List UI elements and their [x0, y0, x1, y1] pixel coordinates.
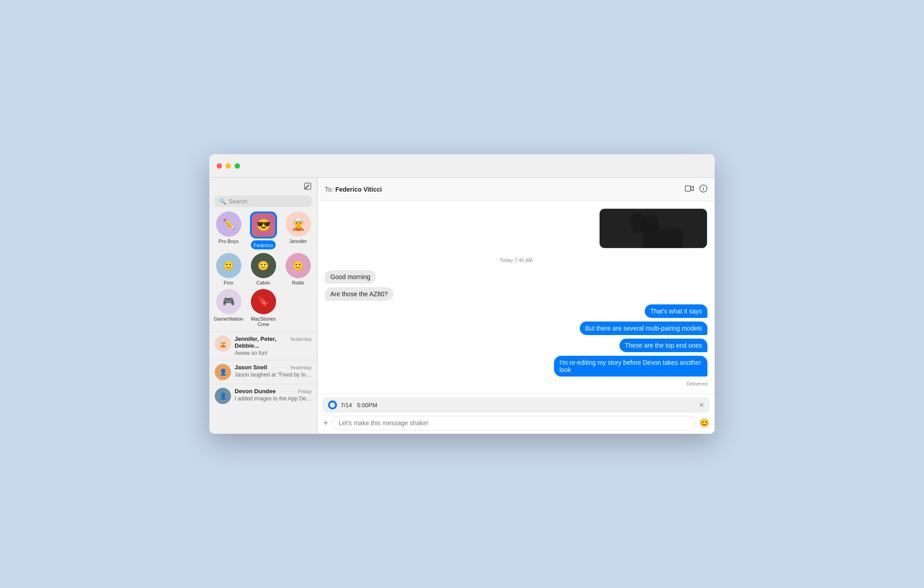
schedule-time: 5:00PM [357, 402, 377, 409]
bookmark-icon: 🔖 [257, 296, 269, 308]
conv-name-jason: Jason Snell [235, 364, 267, 371]
contact-name-gamernation: GamerNation [214, 316, 243, 322]
delivered-label: Delivered [325, 381, 707, 386]
avatar-jennifer: 🧝 [286, 211, 311, 237]
emoji-button[interactable]: 😊 [699, 418, 709, 428]
avatar-proboys: ✏️ [216, 211, 241, 237]
conv-info-jennifer-group: Jennifer, Peter, Debbie... Yesterday Aww… [235, 335, 312, 356]
info-button[interactable] [699, 184, 707, 194]
message-re-editing: I'm re-editing my story before Devon tak… [554, 356, 707, 377]
minimize-button[interactable] [226, 163, 231, 169]
conv-preview-devon: I added images to the App Debuts section… [235, 395, 312, 402]
add-attachment-button[interactable]: + [323, 418, 328, 428]
chat-to-label: To: [325, 186, 333, 193]
conv-time-devon: Friday [298, 389, 312, 394]
chat-input-area: 🕐 7/14 5:00PM ✕ + 😊 [318, 394, 715, 434]
timestamp-divider: Today 7:40 AM [325, 257, 707, 263]
conversation-devon[interactable]: 👤 Devon Dundee Friday I added images to … [209, 384, 317, 408]
chat-messages: ★★★★ 500 Technics Premium Hi-Fi True Wir… [318, 201, 715, 394]
chat-recipient-info: To: Federico Viticci [325, 185, 382, 193]
robb-emoji-icon: 🙂 [292, 260, 304, 271]
contact-name-finn: Finn [224, 280, 233, 285]
schedule-clock-icon: 🕐 [328, 400, 337, 409]
product-image [600, 209, 707, 248]
finn-emoji-icon: 🙂 [223, 260, 234, 271]
avatar-robb: 🙂 [286, 253, 311, 278]
message-input[interactable] [332, 416, 696, 430]
contact-federico[interactable]: 😎 Federico [248, 211, 279, 249]
contact-macstories[interactable]: 🔖 MacStories Crew [248, 289, 279, 327]
sidebar-header [209, 178, 317, 196]
close-button[interactable] [217, 163, 222, 169]
avatar-calvin: 🙂 [251, 253, 276, 278]
conversation-jason[interactable]: 👤 Jason Snell Yesterday Jason laughed at… [209, 360, 317, 384]
window-controls [217, 163, 240, 169]
conversation-list: 🧝 Jennifer, Peter, Debbie... Yesterday A… [209, 331, 317, 434]
search-placeholder: Search [229, 198, 247, 205]
federico-emoji-icon: 😎 [256, 218, 271, 232]
contact-name-jennifer: Jennifer [289, 239, 307, 244]
federico-selected-bg: 😎 [250, 211, 277, 239]
sidebar: 🔍 Search ✏️ Pro Boys 😎 [209, 178, 318, 434]
conv-time-jennifer-group: Yesterday [290, 336, 312, 342]
compose-button[interactable] [304, 182, 312, 192]
search-icon: 🔍 [219, 198, 226, 205]
conv-avatar-devon: 👤 [215, 388, 231, 404]
title-bar [209, 154, 715, 178]
chat-area: To: Federico Viticci [318, 178, 715, 434]
contact-name-robb: Robb [292, 280, 304, 285]
calvin-emoji-icon: 🙂 [258, 260, 269, 271]
conv-info-jason: Jason Snell Yesterday Jason laughed at "… [235, 364, 312, 378]
avatar-finn: 🙂 [216, 253, 241, 278]
conv-avatar-jennifer-group: 🧝 [215, 335, 231, 352]
conv-time-jason: Yesterday [290, 365, 312, 370]
earbud-left [629, 212, 647, 232]
svg-point-3 [703, 186, 704, 187]
conversation-jennifer-group[interactable]: 🧝 Jennifer, Peter, Debbie... Yesterday A… [209, 331, 317, 360]
gamepad-icon: 🎮 [222, 296, 235, 308]
contact-calvin[interactable]: 🙂 Calvin [248, 253, 279, 285]
federico-name-badge: Federico [251, 240, 276, 249]
conv-preview-jennifer-group: Awww so fun! [235, 350, 312, 356]
contact-proboys[interactable]: ✏️ Pro Boys [213, 211, 244, 249]
video-call-button[interactable] [685, 185, 694, 193]
contact-robb[interactable]: 🙂 Robb [282, 253, 314, 285]
contact-name-macstories: MacStories Crew [248, 316, 279, 327]
chat-actions [685, 184, 707, 194]
schedule-date: 7/14 [341, 402, 352, 409]
contact-name-proboys: Pro Boys [218, 239, 239, 244]
schedule-close-button[interactable]: ✕ [699, 401, 704, 409]
conv-preview-jason: Jason laughed at "Fixed by toggling on a… [235, 372, 312, 378]
input-row: + 😊 [323, 416, 709, 430]
search-bar[interactable]: 🔍 Search [215, 196, 312, 207]
chat-header: To: Federico Viticci [318, 178, 715, 201]
conv-avatar-jason: 👤 [215, 364, 231, 380]
scheduled-pill: 🕐 7/14 5:00PM ✕ [323, 398, 709, 412]
contacts-grid: ✏️ Pro Boys 😎 Federico [209, 211, 317, 331]
message-multi-pairing: But there are several multi-pairing mode… [580, 322, 707, 335]
conv-name-jennifer-group: Jennifer, Peter, Debbie... [235, 335, 290, 349]
contact-gamernation[interactable]: 🎮 GamerNation [213, 289, 244, 327]
conv-name-devon: Devon Dundee [235, 388, 276, 395]
messages-window: 🔍 Search ✏️ Pro Boys 😎 [209, 154, 715, 434]
product-card[interactable]: ★★★★ 500 Technics Premium Hi-Fi True Wir… [599, 208, 707, 248]
contact-name-federico: Federico [254, 243, 273, 248]
contact-name-calvin: Calvin [256, 280, 270, 285]
avatar-macstories: 🔖 [251, 289, 276, 314]
earbuds-visual [617, 213, 689, 248]
avatar-federico: 😎 [252, 213, 275, 237]
contact-finn[interactable]: 🙂 Finn [213, 253, 244, 285]
message-top-end: These are the top end ones [619, 339, 707, 352]
message-az80: Are those the AZ80? [325, 287, 393, 301]
svg-rect-1 [685, 186, 691, 191]
conv-info-devon: Devon Dundee Friday I added images to th… [235, 388, 312, 402]
earbud-case [644, 229, 680, 248]
message-thats-what: That's what it says [645, 304, 707, 318]
pencil-icon: ✏️ [222, 218, 235, 230]
contact-jennifer[interactable]: 🧝 Jennifer [282, 211, 314, 249]
maximize-button[interactable] [235, 163, 240, 169]
avatar-gamernation: 🎮 [216, 289, 241, 314]
chat-recipient-name: Federico Viticci [335, 186, 382, 193]
message-good-morning: Good morning [325, 270, 376, 284]
schedule-text: 7/14 5:00PM [341, 402, 695, 409]
